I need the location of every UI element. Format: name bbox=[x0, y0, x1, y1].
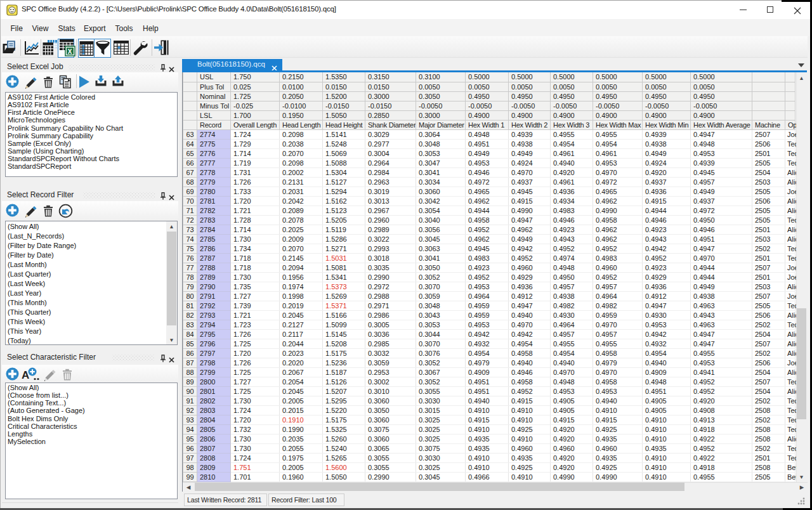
svg-text:X: X bbox=[68, 48, 72, 55]
svg-text:A: A bbox=[22, 369, 29, 381]
